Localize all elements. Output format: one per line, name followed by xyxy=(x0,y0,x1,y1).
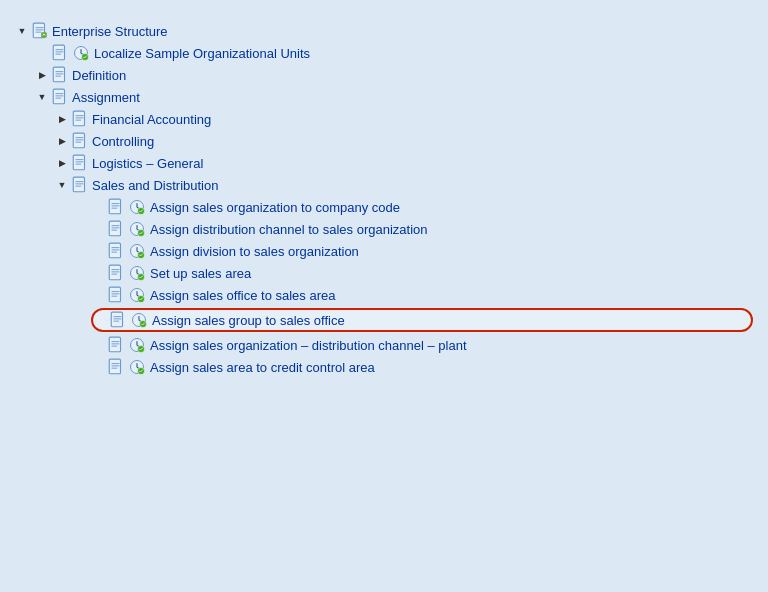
root-node: ▼ Enterprise Structure xyxy=(15,20,753,378)
clock-icon-assign-sales-org xyxy=(128,198,146,216)
toggle-root[interactable]: ▼ xyxy=(15,24,29,38)
doc-icon-logistics xyxy=(71,154,89,172)
clock-icon-localize xyxy=(72,44,90,62)
doc-icon-assign-dist-channel xyxy=(107,220,125,238)
doc-icon-controlling xyxy=(71,132,89,150)
svg-rect-11 xyxy=(109,199,120,214)
svg-rect-6 xyxy=(53,89,64,104)
doc-icon-definition xyxy=(51,66,69,84)
financial-accounting-row[interactable]: ▶ Financial Accounting xyxy=(55,108,753,130)
doc-icon-assign-division xyxy=(107,242,125,260)
setup-sales-area-label: Set up sales area xyxy=(150,266,251,281)
svg-rect-23 xyxy=(109,287,120,302)
enterprise-structure-label: Enterprise Structure xyxy=(52,24,168,39)
svg-rect-9 xyxy=(73,155,84,170)
assign-sales-office-row[interactable]: Assign sales office to sales area xyxy=(91,284,753,306)
doc-icon-assign-sales-office xyxy=(107,286,125,304)
assign-sales-org-dist-row[interactable]: Assign sales organization – distribution… xyxy=(91,334,753,356)
assign-sales-org-label: Assign sales organization to company cod… xyxy=(150,200,400,215)
svg-rect-32 xyxy=(109,359,120,374)
svg-rect-2 xyxy=(53,45,64,60)
clock-icon-setup-sales-area xyxy=(128,264,146,282)
toggle-financial[interactable]: ▶ xyxy=(55,112,69,126)
assignment-children: ▶ Financial Accounting ▶ xyxy=(15,108,753,378)
toggle-assignment[interactable]: ▼ xyxy=(35,90,49,104)
svg-rect-5 xyxy=(53,67,64,82)
clock-icon-assign-sales-group xyxy=(130,311,148,329)
svg-rect-17 xyxy=(109,243,120,258)
logistics-row[interactable]: ▶ Logistics – General xyxy=(55,152,753,174)
tree-container: ▼ Enterprise Structure xyxy=(0,10,768,388)
assign-division-row[interactable]: Assign division to sales organization xyxy=(91,240,753,262)
assign-dist-channel-row[interactable]: Assign distribution channel to sales org… xyxy=(91,218,753,240)
toggle-sales[interactable]: ▼ xyxy=(55,178,69,192)
sales-distribution-label: Sales and Distribution xyxy=(92,178,218,193)
assign-sales-group-label: Assign sales group to sales office xyxy=(152,313,345,328)
financial-accounting-label: Financial Accounting xyxy=(92,112,211,127)
controlling-label: Controlling xyxy=(92,134,154,149)
doc-icon-root xyxy=(31,22,49,40)
toggle-controlling[interactable]: ▶ xyxy=(55,134,69,148)
svg-rect-20 xyxy=(109,265,120,280)
assign-division-label: Assign division to sales organization xyxy=(150,244,359,259)
assign-sales-org-row[interactable]: Assign sales organization to company cod… xyxy=(91,196,753,218)
assign-sales-office-label: Assign sales office to sales area xyxy=(150,288,335,303)
doc-icon-assign-sales-area-credit xyxy=(107,358,125,376)
assign-sales-area-credit-label: Assign sales area to credit control area xyxy=(150,360,375,375)
doc-icon-assign-sales-org-dist xyxy=(107,336,125,354)
assign-dist-channel-label: Assign distribution channel to sales org… xyxy=(150,222,428,237)
toggle-definition[interactable]: ▶ xyxy=(35,68,49,82)
doc-icon-assign-sales-group xyxy=(109,311,127,329)
svg-rect-10 xyxy=(73,177,84,192)
clock-icon-assign-dist-channel xyxy=(128,220,146,238)
doc-icon-financial xyxy=(71,110,89,128)
controlling-row[interactable]: ▶ Controlling xyxy=(55,130,753,152)
assign-sales-org-dist-label: Assign sales organization – distribution… xyxy=(150,338,467,353)
doc-icon-assign-sales-org xyxy=(107,198,125,216)
doc-icon-sales xyxy=(71,176,89,194)
doc-icon-setup-sales-area xyxy=(107,264,125,282)
definition-row[interactable]: ▶ Definition xyxy=(15,64,753,86)
enterprise-structure-row[interactable]: ▼ Enterprise Structure xyxy=(15,20,753,42)
assignment-label: Assignment xyxy=(72,90,140,105)
svg-rect-14 xyxy=(109,221,120,236)
doc-icon-localize xyxy=(51,44,69,62)
localize-label: Localize Sample Organizational Units xyxy=(94,46,310,61)
toggle-logistics[interactable]: ▶ xyxy=(55,156,69,170)
definition-label: Definition xyxy=(72,68,126,83)
clock-icon-assign-division xyxy=(128,242,146,260)
clock-icon-assign-sales-org-dist xyxy=(128,336,146,354)
assignment-row[interactable]: ▼ Assignment xyxy=(15,86,753,108)
setup-sales-area-row[interactable]: Set up sales area xyxy=(91,262,753,284)
root-children: Localize Sample Organizational Units ▶ D… xyxy=(15,42,753,378)
svg-rect-29 xyxy=(109,337,120,352)
svg-rect-26 xyxy=(111,312,122,327)
doc-icon-assignment xyxy=(51,88,69,106)
sales-distribution-children: Assign sales organization to company cod… xyxy=(55,196,753,378)
logistics-label: Logistics – General xyxy=(92,156,203,171)
clock-icon-assign-sales-area-credit xyxy=(128,358,146,376)
assign-sales-group-row[interactable]: Assign sales group to sales office xyxy=(91,308,753,332)
svg-rect-7 xyxy=(73,111,84,126)
sales-distribution-row[interactable]: ▼ Sales and Distribution xyxy=(55,174,753,196)
localize-row[interactable]: Localize Sample Organizational Units xyxy=(15,42,753,64)
svg-rect-8 xyxy=(73,133,84,148)
assign-sales-area-credit-row[interactable]: Assign sales area to credit control area xyxy=(91,356,753,378)
svg-rect-1 xyxy=(41,32,47,38)
clock-icon-assign-sales-office xyxy=(128,286,146,304)
